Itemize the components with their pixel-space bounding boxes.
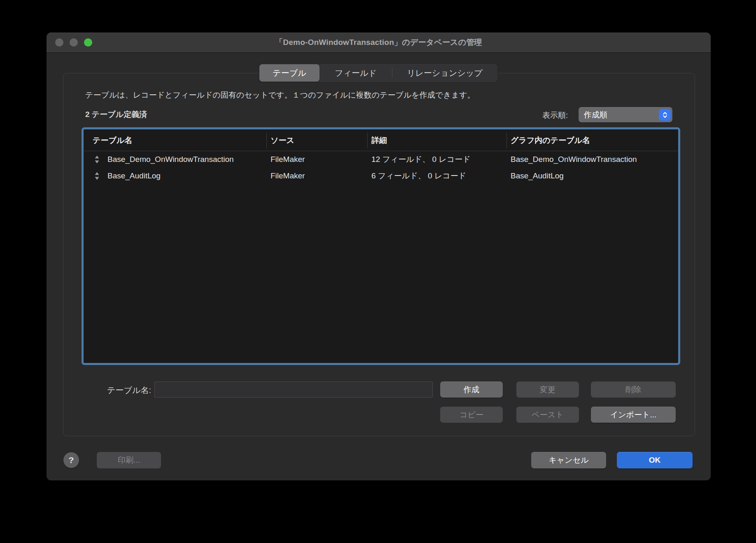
table-row[interactable]: Base_AuditLog FileMaker 6 フィールド、 0 レコード … xyxy=(84,168,678,184)
title-bar: 「Demo-OnWindowTransaction」のデータベースの管理 xyxy=(47,33,711,53)
cell-graph-name: Base_Demo_OnWindowTransaction xyxy=(511,151,637,168)
window-title: 「Demo-OnWindowTransaction」のデータベースの管理 xyxy=(275,37,482,48)
drag-reorder-icon[interactable] xyxy=(94,168,100,184)
import-button[interactable]: インポート... xyxy=(591,407,676,423)
window-controls xyxy=(55,33,92,52)
cell-detail: 12 フィールド、 0 レコード xyxy=(371,151,471,168)
tables-list[interactable]: テーブル名 ソース 詳細 グラフ内のテーブル名 Base_Demo_OnWind… xyxy=(82,127,680,365)
table-row[interactable]: Base_Demo_OnWindowTransaction FileMaker … xyxy=(84,151,678,168)
column-separator xyxy=(367,133,368,148)
cell-graph-name: Base_AuditLog xyxy=(511,168,564,184)
zoom-window-button[interactable] xyxy=(84,38,92,47)
column-header-source[interactable]: ソース xyxy=(271,129,294,151)
ok-button[interactable]: OK xyxy=(617,452,693,468)
close-window-button[interactable] xyxy=(55,38,63,47)
column-header-detail[interactable]: 詳細 xyxy=(371,129,387,151)
create-button[interactable]: 作成 xyxy=(440,382,503,398)
tables-list-header: テーブル名 ソース 詳細 グラフ内のテーブル名 xyxy=(84,129,678,151)
help-button[interactable]: ? xyxy=(63,452,79,468)
tab-fields[interactable]: フィールド xyxy=(320,64,392,82)
change-button: 変更 xyxy=(516,382,579,398)
paste-button: ペースト xyxy=(516,407,579,423)
copy-button: コピー xyxy=(440,407,503,423)
tab-relationships[interactable]: リレーションシップ xyxy=(392,64,497,82)
column-header-table-name[interactable]: テーブル名 xyxy=(93,129,132,151)
table-name-label: テーブル名: xyxy=(95,385,151,396)
cell-source: FileMaker xyxy=(271,168,305,184)
cancel-button[interactable]: キャンセル xyxy=(531,452,606,468)
cell-table-name: Base_AuditLog xyxy=(107,168,161,184)
column-separator xyxy=(506,133,507,148)
updown-chevron-icon xyxy=(659,109,671,121)
view-tabs: テーブル フィールド リレーションシップ xyxy=(259,63,498,82)
cell-table-name: Base_Demo_OnWindowTransaction xyxy=(107,151,234,168)
manage-database-dialog: 「Demo-OnWindowTransaction」のデータベースの管理 テーブ… xyxy=(47,33,711,480)
delete-button: 削除 xyxy=(591,382,676,398)
tab-tables[interactable]: テーブル xyxy=(259,64,320,82)
sort-order-value: 作成順 xyxy=(584,110,659,120)
cell-detail: 6 フィールド、 0 レコード xyxy=(371,168,466,184)
cell-source: FileMaker xyxy=(271,151,305,168)
sort-order-select[interactable]: 作成順 xyxy=(579,107,672,122)
sort-order-label: 表示順: xyxy=(542,110,568,121)
drag-reorder-icon[interactable] xyxy=(94,151,100,168)
table-name-input[interactable] xyxy=(154,382,433,398)
column-header-graph-name[interactable]: グラフ内のテーブル名 xyxy=(511,129,590,151)
column-separator xyxy=(266,133,267,148)
table-count-label: 2 テーブル定義済 xyxy=(85,109,147,120)
minimize-window-button[interactable] xyxy=(70,38,78,47)
print-button: 印刷... xyxy=(97,452,161,468)
tables-description: テーブルは、レコードとフィールドの固有のセットです。１つのファイルに複数のテーブ… xyxy=(85,90,475,101)
